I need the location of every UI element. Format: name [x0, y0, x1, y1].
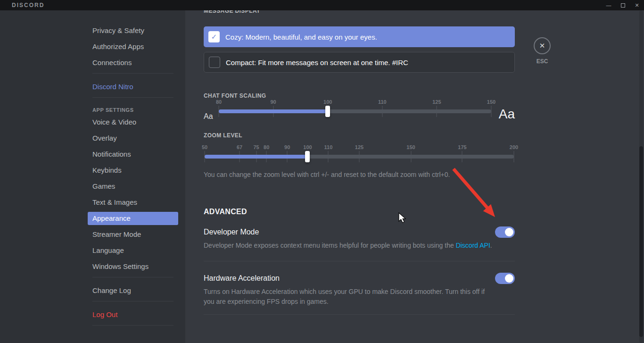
message-display-header: MESSAGE DISPLAY: [204, 10, 515, 14]
hardware-acceleration-row: Hardware Acceleration: [204, 273, 515, 284]
settings-content: MESSAGE DISPLAY ✓ Cozy: Modern, beautifu…: [185, 10, 644, 343]
slider-tick-label: 150: [406, 144, 415, 150]
sidebar-item-privacy-safety[interactable]: Privacy & Safety: [88, 24, 178, 37]
font-scale-slider: 8090100110125150: [219, 99, 491, 122]
scrollbar-thumb[interactable]: [639, 146, 643, 337]
sidebar-item-overlay[interactable]: Overlay: [88, 132, 178, 145]
slider-tick-label: 125: [355, 144, 363, 150]
close-icon: ✕: [635, 2, 639, 8]
sidebar-item-streamer-mode[interactable]: Streamer Mode: [88, 228, 178, 241]
zoom-level-header: ZOOM LEVEL: [204, 132, 515, 139]
close-settings-button[interactable]: ✕: [534, 37, 551, 54]
slider-tick-label: 90: [270, 99, 276, 105]
zoom-level-slider: 5067758090100110125150175200: [204, 144, 515, 167]
slider-fill: [219, 109, 328, 113]
cozy-option-label: Cozy: Modern, beautiful, and easy on you…: [225, 33, 377, 41]
sidebar-item-appearance[interactable]: Appearance: [88, 212, 178, 225]
escape-close: ✕ ESC: [533, 37, 552, 65]
window-controls: — ✕: [602, 0, 644, 10]
sidebar-item-text-images[interactable]: Text & Images: [88, 196, 178, 209]
slider-tick-label: 67: [237, 144, 242, 150]
cozy-option[interactable]: ✓ Cozy: Modern, beautiful, and easy on y…: [204, 26, 515, 47]
slider-tick-label: 175: [458, 144, 466, 150]
slider-tick-label: 80: [264, 144, 269, 150]
sidebar-item-log-out[interactable]: Log Out: [88, 308, 178, 321]
sidebar-item-windows-settings[interactable]: Windows Settings: [88, 260, 178, 273]
sidebar-divider: [92, 325, 173, 326]
sidebar-item-keybinds[interactable]: Keybinds: [88, 164, 178, 177]
slider-tick-label: 50: [202, 144, 207, 150]
slider-tick-label: 80: [216, 99, 222, 105]
hardware-acceleration-description: Turns on Hardware Acceleration which use…: [204, 287, 496, 307]
checkbox-unchecked-icon[interactable]: [209, 57, 220, 68]
slider-tick-label: 100: [303, 144, 312, 150]
divider: [204, 261, 515, 261]
slider-tick-label: 110: [324, 144, 333, 150]
slider-tick-label: 150: [487, 99, 495, 105]
toggle-knob: [505, 274, 513, 283]
chat-font-scaling-slider: Aa 8090100110125150 Aa: [204, 99, 515, 122]
hardware-acceleration-toggle[interactable]: [495, 273, 515, 284]
slider-track[interactable]: [219, 109, 491, 113]
slider-tick-label: 200: [510, 144, 518, 150]
settings-sidebar: Privacy & SafetyAuthorized AppsConnectio…: [0, 10, 185, 343]
zoom-slider: 5067758090100110125150175200: [205, 144, 514, 167]
slider-tick-label: 90: [284, 144, 290, 150]
sidebar-divider: [92, 301, 173, 301]
close-button[interactable]: ✕: [630, 0, 644, 10]
font-large-icon: Aa: [494, 99, 515, 122]
developer-mode-description: Developer Mode exposes context menu item…: [204, 241, 496, 251]
divider: [204, 314, 515, 315]
sidebar-item-connections[interactable]: Connections: [88, 56, 178, 69]
slider-fill: [205, 155, 307, 159]
sidebar-item-language[interactable]: Language: [88, 244, 178, 257]
sidebar-section-header: APP SETTINGS: [88, 104, 178, 116]
developer-mode-row: Developer Mode: [204, 226, 515, 238]
minimize-icon: —: [606, 2, 611, 8]
titlebar: DISCORD — ✕: [0, 0, 644, 10]
sidebar-divider: [92, 73, 173, 74]
font-small-icon: Aa: [204, 99, 216, 121]
maximize-button[interactable]: [616, 0, 630, 10]
minimize-button[interactable]: —: [602, 0, 616, 10]
sidebar-divider: [92, 277, 173, 277]
sidebar-item-games[interactable]: Games: [88, 180, 178, 193]
maximize-icon: [621, 3, 625, 8]
slider-tick-label: 75: [253, 144, 259, 150]
sidebar-item-change-log[interactable]: Change Log: [88, 284, 178, 297]
settings-window: Privacy & SafetyAuthorized AppsConnectio…: [0, 10, 644, 343]
discord-logo: DISCORD: [12, 2, 44, 8]
checkbox-checked-icon[interactable]: ✓: [208, 31, 220, 42]
close-x-icon: ✕: [539, 42, 545, 50]
slider-tick-label: 125: [432, 99, 441, 105]
compact-option-label: Compact: Fit more messages on screen at …: [226, 59, 408, 67]
scrollbar-track[interactable]: [639, 10, 643, 343]
sidebar-divider: [92, 97, 173, 98]
advanced-header: ADVANCED: [204, 208, 515, 216]
slider-thumb[interactable]: [325, 106, 330, 117]
sidebar-item-discord-nitro[interactable]: Discord Nitro: [88, 80, 178, 93]
slider-thumb[interactable]: [305, 151, 310, 162]
developer-mode-label: Developer Mode: [204, 228, 259, 236]
zoom-level-note: You can change the zoom level with ctrl …: [204, 171, 515, 178]
discord-api-link[interactable]: Discord API: [456, 242, 490, 249]
slider-track[interactable]: [205, 155, 514, 159]
toggle-knob: [505, 228, 513, 236]
sidebar-item-voice-video[interactable]: Voice & Video: [88, 116, 178, 129]
sidebar-item-notifications[interactable]: Notifications: [88, 148, 178, 161]
chat-font-scaling-header: CHAT FONT SCALING: [204, 92, 515, 99]
esc-label: ESC: [533, 58, 552, 65]
sidebar-item-authorized-apps[interactable]: Authorized Apps: [88, 40, 178, 53]
compact-option[interactable]: Compact: Fit more messages on screen at …: [204, 52, 515, 73]
developer-mode-toggle[interactable]: [495, 226, 515, 238]
slider-tick-label: 110: [378, 99, 387, 105]
hardware-acceleration-label: Hardware Acceleration: [204, 274, 280, 283]
slider-tick-label: 100: [323, 99, 332, 105]
settings-nav: Privacy & SafetyAuthorized AppsConnectio…: [88, 10, 178, 343]
